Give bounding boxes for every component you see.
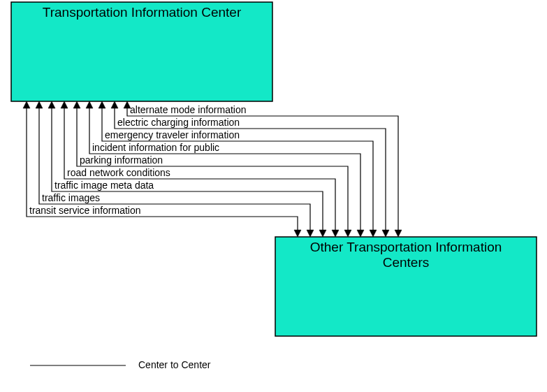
flow-label-4: parking information	[80, 154, 163, 166]
svg-marker-11	[344, 230, 351, 237]
svg-marker-7	[319, 230, 326, 237]
box-bottom-title-line2: Centers	[383, 255, 430, 270]
svg-marker-10	[73, 101, 80, 108]
svg-marker-9	[332, 230, 339, 237]
box-other-transportation-information-centers: Other Transportation Information Centers	[275, 237, 537, 336]
flow-diagram: Transportation Information Center Other …	[0, 0, 547, 392]
svg-marker-5	[307, 230, 314, 237]
svg-marker-6	[48, 101, 55, 108]
svg-marker-3	[294, 230, 301, 237]
flow-label-8: alternate mode information	[130, 104, 247, 115]
box-bottom-title-line1: Other Transportation Information	[310, 240, 502, 254]
svg-marker-12	[86, 101, 93, 108]
flow-label-0: transit service information	[29, 205, 141, 216]
flows-group: transit service informationtraffic image…	[23, 101, 402, 237]
flow-label-3: road network conditions	[67, 167, 170, 178]
legend: Center to Center	[30, 359, 211, 370]
svg-marker-19	[395, 230, 402, 237]
legend-label: Center to Center	[138, 359, 211, 370]
svg-marker-15	[370, 230, 377, 237]
svg-marker-8	[61, 101, 68, 108]
svg-marker-4	[36, 101, 43, 108]
svg-marker-16	[111, 101, 118, 108]
flow-label-6: emergency traveler information	[105, 129, 240, 140]
flow-label-5: incident information for public	[92, 142, 219, 153]
svg-marker-14	[99, 101, 105, 108]
flow-label-2: traffic image meta data	[54, 180, 154, 191]
flow-label-1: traffic images	[42, 192, 100, 203]
flow-label-7: electric charging information	[117, 117, 240, 128]
box-transportation-information-center: Transportation Information Center	[11, 2, 272, 101]
svg-marker-2	[23, 101, 30, 108]
svg-marker-17	[382, 230, 389, 237]
box-top-title: Transportation Information Center	[43, 5, 242, 20]
svg-marker-13	[357, 230, 364, 237]
